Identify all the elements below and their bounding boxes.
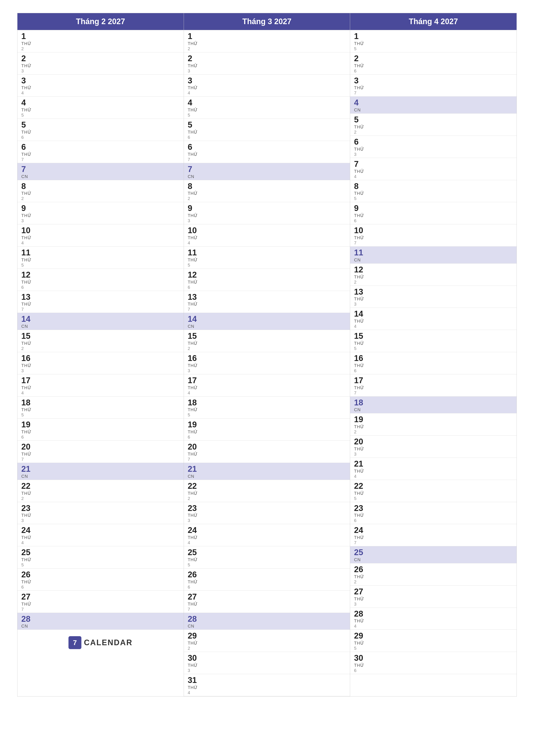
day-row: 1THỨ2 (184, 30, 350, 52)
day-week-num: 5 (188, 262, 346, 268)
day-number: 22 (188, 482, 346, 491)
day-label: THỨ (21, 257, 180, 262)
day-label: THỨ (21, 235, 180, 240)
day-week-num: 7 (21, 307, 180, 312)
day-number: 19 (354, 415, 513, 424)
day-number: 11 (354, 248, 513, 257)
day-number: 11 (21, 248, 180, 257)
day-week-num: 6 (21, 584, 180, 590)
day-number: 16 (21, 354, 180, 363)
day-week-num: 2 (21, 196, 180, 201)
day-row: 27THỨ7 (17, 591, 184, 613)
day-number: 10 (188, 226, 346, 235)
day-row: 17THỨ4 (17, 374, 184, 396)
day-row: 8THỨ2 (17, 180, 184, 202)
day-row: 28CN (17, 613, 184, 630)
day-number: 12 (188, 270, 346, 280)
day-row: 10THỨ4 (17, 224, 184, 247)
day-number: 24 (188, 526, 346, 535)
day-row: 7CN (17, 163, 184, 180)
day-number: 22 (354, 482, 513, 491)
day-row: 20THỨ7 (17, 441, 184, 463)
day-row: 23THỨ3 (184, 502, 350, 524)
day-number: 2 (354, 54, 513, 63)
day-row: 12THỨ6 (17, 269, 184, 291)
day-label: THỨ (188, 302, 346, 307)
day-row: 5THỨ2 (350, 114, 517, 136)
day-label: THỨ (188, 107, 346, 113)
day-number: 11 (188, 248, 346, 257)
day-week-num: 2 (354, 579, 513, 584)
day-week-num: 5 (354, 46, 513, 51)
day-number: 21 (21, 465, 180, 474)
day-label: THỨ (354, 191, 513, 196)
calendar-logo-text: CALENDAR (84, 638, 133, 647)
day-week-num: 6 (21, 434, 180, 440)
day-week-num: 2 (354, 280, 513, 285)
day-number: 15 (188, 332, 346, 341)
day-row: 14THỨ4 (350, 308, 517, 330)
day-row: 5THỨ6 (184, 119, 350, 141)
day-row: 13THỨ3 (350, 286, 517, 308)
day-number: 20 (188, 443, 346, 451)
day-row: 17THỨ7 (350, 374, 517, 396)
day-label: THỨ (188, 341, 346, 346)
day-label: THỨ (354, 446, 513, 451)
day-number: 16 (354, 354, 513, 363)
day-number: 7 (21, 165, 180, 174)
day-week-num: 4 (21, 240, 180, 245)
day-row: 25THỨ5 (184, 546, 350, 569)
day-number: 3 (188, 76, 346, 85)
day-label: THỨ (354, 385, 513, 390)
day-label: THỨ (188, 280, 346, 285)
day-row: 24THỨ4 (17, 524, 184, 546)
day-label: THỨ (188, 663, 346, 668)
day-week-num: 5 (354, 196, 513, 201)
day-week-num: 3 (354, 302, 513, 307)
day-week-num: 4 (188, 90, 346, 95)
day-label: THỨ (354, 424, 513, 429)
day-row: 4CN (350, 96, 517, 114)
day-week-num: 6 (354, 668, 513, 673)
day-number: 23 (21, 504, 180, 513)
day-number: 29 (188, 632, 346, 640)
day-row: 1THỨ2 (17, 30, 184, 52)
day-label: CN (188, 623, 346, 629)
day-row: 11THỨ5 (17, 247, 184, 269)
day-week-num: 5 (354, 496, 513, 501)
day-row: 14CN (184, 313, 350, 330)
day-number: 12 (21, 270, 180, 280)
day-week-num: 3 (188, 668, 346, 673)
day-row: 14CN (17, 313, 184, 330)
day-week-num: 7 (188, 607, 346, 612)
day-number: 30 (188, 654, 346, 663)
day-week-num: 6 (21, 285, 180, 290)
month-header-3: Tháng 4 2027 (350, 13, 517, 30)
day-week-num: 2 (21, 46, 180, 51)
day-week-num: 5 (188, 412, 346, 418)
day-row: 23THỨ6 (350, 502, 517, 524)
day-week-num: 2 (188, 496, 346, 501)
day-number: 24 (21, 526, 180, 535)
day-number: 26 (21, 570, 180, 579)
day-label: THỨ (188, 363, 346, 368)
day-label: THỨ (21, 341, 180, 346)
day-number: 1 (188, 32, 346, 41)
day-row: 21CN (184, 463, 350, 480)
day-number: 17 (188, 376, 346, 385)
day-number: 4 (354, 98, 513, 107)
day-number: 13 (21, 293, 180, 302)
day-number: 4 (21, 98, 180, 107)
day-row: 9THỨ3 (17, 202, 184, 224)
day-row: 11THỨ5 (184, 247, 350, 269)
day-week-num: 2 (21, 496, 180, 501)
day-number: 24 (354, 526, 513, 535)
day-row: 11CN (350, 247, 517, 263)
day-row: 2THỨ3 (17, 52, 184, 74)
day-week-num: 3 (188, 518, 346, 523)
day-number: 5 (188, 121, 346, 129)
day-row: 4THỨ5 (17, 96, 184, 119)
day-row: 6THỨ3 (350, 136, 517, 158)
day-label: THỨ (188, 129, 346, 135)
day-row: 6THỨ7 (17, 141, 184, 163)
